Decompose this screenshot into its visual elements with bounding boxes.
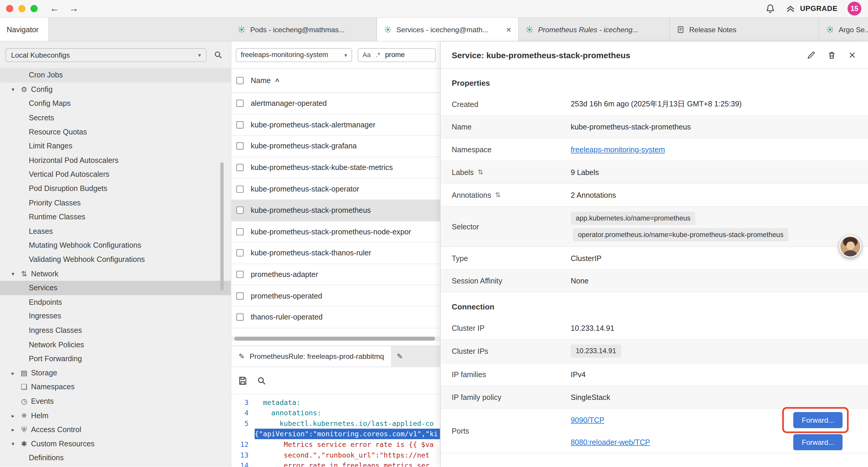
floating-avatar[interactable] (839, 235, 862, 258)
row-checkbox[interactable] (236, 250, 243, 257)
namespace-filter[interactable]: freeleaps-monitoring-system ▾ (236, 48, 352, 62)
delete-resource-icon[interactable] (827, 50, 836, 60)
dock-tab-partial[interactable]: ✎ (392, 346, 440, 367)
row-checkbox[interactable] (236, 185, 243, 193)
tab-prometheus-rules-icecheng[interactable]: Prometheus Rules - icecheng... (519, 18, 670, 42)
back-arrow-icon[interactable]: ← (50, 4, 59, 13)
chevron-down-icon[interactable]: ▾ (9, 86, 17, 92)
tab-argo-se[interactable]: Argo Se... (819, 18, 868, 42)
notification-count-badge[interactable]: 15 (848, 2, 862, 16)
sidebar-item-secrets[interactable]: Secrets (0, 111, 231, 125)
close-window-button[interactable] (6, 5, 13, 12)
service-row-kube-prometheus-stack-thanos-ruler[interactable]: kube-prometheus-stack-thanos-ruler (231, 243, 440, 264)
sidebar-item-network-policies[interactable]: Network Policies (0, 338, 231, 352)
sidebar-item-validating-webhook-configurations[interactable]: Validating Webhook Configurations (0, 253, 231, 267)
service-row-kube-prometheus-stack-kube-state-metrics[interactable]: kube-prometheus-stack-kube-state-metrics (231, 157, 440, 178)
tab-release-notes[interactable]: Release Notes (670, 18, 819, 42)
horizontal-scrollbar[interactable] (231, 336, 440, 341)
service-row-prometheus-operated[interactable]: prometheus-operated (231, 286, 440, 307)
sidebar-item-helm[interactable]: ▸⎈Helm (0, 408, 231, 422)
sidebar-item-config[interactable]: ▾⚙Config (0, 82, 231, 96)
sidebar-item-runtime-classes[interactable]: Runtime Classes (0, 210, 231, 224)
sidebar-item-resource-quotas[interactable]: Resource Quotas (0, 125, 231, 139)
save-icon[interactable] (238, 375, 248, 386)
editor-search-icon[interactable] (256, 375, 267, 386)
row-checkbox[interactable] (236, 164, 243, 171)
dock-tab-prometheusrule[interactable]: ✎ PrometheusRule: freeleaps-prod-rabbitm… (231, 346, 392, 367)
service-row-kube-prometheus-stack-prometheus[interactable]: kube-prometheus-stack-prometheus (231, 200, 440, 221)
sort-arrows-icon[interactable]: ⇅ (495, 191, 501, 199)
service-row-thanos-ruler-operated[interactable]: thanos-ruler-operated (231, 307, 440, 328)
sidebar-item-definitions[interactable]: Definitions (0, 451, 231, 465)
sidebar-item-mutating-webhook-configurations[interactable]: Mutating Webhook Configurations (0, 238, 231, 253)
forward-button[interactable]: Forward... (794, 412, 843, 428)
zoom-window-button[interactable] (30, 5, 37, 12)
row-checkbox[interactable] (236, 292, 243, 299)
select-all-checkbox[interactable] (236, 77, 243, 84)
namespace-link[interactable]: freeleaps-monitoring-system (571, 145, 665, 154)
kubeconfig-selector[interactable]: Local Kubeconfigs ▾ (6, 48, 207, 62)
sidebar-item-network[interactable]: ▾⇅Network (0, 267, 231, 281)
tab-services-icecheng-math[interactable]: Services - icecheng@math...✕ (377, 18, 519, 42)
sidebar-scrollbar[interactable] (220, 162, 224, 291)
sidebar-item-access-control[interactable]: ▸⛨Access Control (0, 422, 231, 437)
row-checkbox[interactable] (236, 228, 243, 235)
row-checkbox[interactable] (236, 271, 243, 278)
sort-arrows-icon[interactable]: ⇅ (478, 169, 483, 176)
sidebar-item-ingresses[interactable]: Ingresses (0, 309, 231, 323)
row-checkbox[interactable] (236, 314, 243, 321)
sidebar-item-storage[interactable]: ▸▤Storage (0, 366, 231, 380)
row-checkbox[interactable] (236, 121, 243, 128)
service-row-kube-prometheus-stack-grafana[interactable]: kube-prometheus-stack-grafana (231, 136, 440, 157)
forward-button[interactable]: Forward... (794, 434, 843, 450)
sidebar-item-config-maps[interactable]: Config Maps (0, 96, 231, 111)
minimize-window-button[interactable] (18, 5, 25, 12)
match-case-toggle[interactable]: Aa (363, 51, 371, 59)
sidebar-item-custom-resources[interactable]: ▾✱Custom Resources (0, 437, 231, 451)
sidebar-item-endpoints[interactable]: Endpoints (0, 295, 231, 309)
chevron-down-icon[interactable]: ▾ (9, 271, 17, 277)
table-search[interactable]: Aa .* (358, 48, 435, 62)
chevron-right-icon[interactable]: ▸ (9, 427, 17, 433)
sidebar-item-namespaces[interactable]: ❏Namespaces (0, 380, 231, 394)
yaml-editor[interactable]: 3metadata:4annotations:5kubectl.kubernet… (231, 394, 440, 467)
regex-toggle[interactable]: .* (376, 51, 380, 59)
sidebar-item-priority-classes[interactable]: Priority Classes (0, 196, 231, 210)
port-link[interactable]: 9090/TCP (571, 415, 604, 424)
service-row-alertmanager-operated[interactable]: alertmanager-operated (231, 93, 440, 114)
sidebar-item-horizontal-pod-autoscalers[interactable]: Horizontal Pod Autoscalers (0, 153, 231, 167)
chevron-right-icon[interactable]: ▸ (9, 370, 17, 376)
row-checkbox[interactable] (236, 207, 243, 214)
service-row-kube-prometheus-stack-alertmanager[interactable]: kube-prometheus-stack-alertmanager (231, 114, 440, 136)
scrollbar-thumb[interactable] (234, 337, 435, 341)
sidebar-item-vertical-pod-autoscalers[interactable]: Vertical Pod Autoscalers (0, 167, 231, 181)
chevron-down-icon[interactable]: ▾ (9, 441, 17, 447)
close-drawer-icon[interactable] (848, 50, 857, 60)
sidebar-item-limit-ranges[interactable]: Limit Ranges (0, 139, 231, 153)
sidebar-item-port-forwarding[interactable]: Port Forwarding (0, 352, 231, 366)
sidebar-item-cron-jobs[interactable]: Cron Jobs (0, 68, 231, 82)
port-link[interactable]: 8080:reloader-web/TCP (571, 438, 650, 446)
sidebar-item-events[interactable]: ◷Events (0, 394, 231, 408)
sidebar-item-leases[interactable]: Leases (0, 224, 231, 238)
service-row-kube-prometheus-stack-operator[interactable]: kube-prometheus-stack-operator (231, 178, 440, 200)
network-icon: ⇅ (18, 269, 30, 278)
tab-pods-icecheng-mathmas[interactable]: Pods - icecheng@mathmas... (231, 18, 377, 42)
row-checkbox[interactable] (236, 143, 243, 150)
sidebar-item-services[interactable]: Services (0, 281, 231, 295)
sidebar-item-ingress-classes[interactable]: Ingress Classes (0, 323, 231, 338)
detail-row-name: Namekube-prometheus-stack-prometheus (440, 116, 868, 139)
row-checkbox[interactable] (236, 100, 243, 107)
upgrade-button[interactable]: UPGRADE (785, 4, 838, 13)
notifications-bell-icon[interactable] (765, 3, 776, 14)
chevron-right-icon[interactable]: ▸ (9, 412, 17, 418)
sidebar-item-pod-disruption-budgets[interactable]: Pod Disruption Budgets (0, 181, 231, 196)
search-input[interactable] (385, 51, 431, 59)
forward-arrow-icon[interactable]: → (69, 4, 79, 13)
close-tab-icon[interactable]: ✕ (506, 26, 512, 33)
service-row-prometheus-adapter[interactable]: prometheus-adapter (231, 264, 440, 285)
name-column-header[interactable]: Name (251, 77, 271, 85)
edit-resource-icon[interactable] (807, 50, 816, 60)
catalog-search-icon[interactable] (213, 50, 223, 60)
service-row-kube-prometheus-stack-prometheus-node-expor[interactable]: kube-prometheus-stack-prometheus-node-ex… (231, 222, 440, 243)
